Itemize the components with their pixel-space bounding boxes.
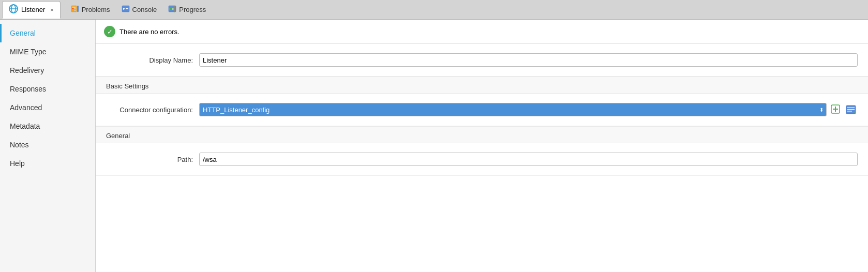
progress-icon xyxy=(168,5,176,14)
sidebar-item-help-label: Help xyxy=(10,159,25,168)
toolbar-tabs: Problems Console xyxy=(66,2,212,17)
sidebar-item-advanced[interactable]: Advanced xyxy=(0,98,95,117)
connector-config-select[interactable]: HTTP_Listener_config xyxy=(199,103,827,116)
main-layout: General MIME Type Redelivery Responses A… xyxy=(0,20,868,272)
sidebar-item-help[interactable]: Help xyxy=(0,154,95,173)
console-icon xyxy=(122,5,130,14)
connector-config-row: Connector configuration: HTTP_Listener_c… xyxy=(106,100,858,119)
edit-config-button[interactable] xyxy=(844,103,858,116)
sidebar-item-mime-type[interactable]: MIME Type xyxy=(0,42,95,61)
path-section: Path: xyxy=(96,143,868,176)
sidebar-item-notes[interactable]: Notes xyxy=(0,135,95,154)
sidebar-item-metadata-label: Metadata xyxy=(10,122,40,130)
svg-point-7 xyxy=(72,10,73,11)
toolbar-tab-progress-label: Progress xyxy=(179,6,206,13)
toolbar-tab-problems[interactable]: Problems xyxy=(66,2,115,17)
sidebar-item-general-label: General xyxy=(10,29,36,37)
display-name-section: Display Name: xyxy=(96,44,868,77)
toolbar-tab-problems-label: Problems xyxy=(82,6,110,13)
svg-point-5 xyxy=(72,8,73,9)
path-input[interactable] xyxy=(199,153,858,166)
sidebar-item-advanced-label: Advanced xyxy=(10,103,42,112)
status-message: There are no errors. xyxy=(119,28,179,36)
svg-rect-12 xyxy=(126,8,128,9)
svg-rect-9 xyxy=(77,6,79,12)
path-row: Path: xyxy=(106,149,858,169)
svg-rect-6 xyxy=(74,8,76,9)
status-ok-icon: ✓ xyxy=(104,26,115,37)
tab-bar: Listener × Problems xyxy=(0,0,868,20)
edit-icon xyxy=(846,105,856,114)
problems-icon xyxy=(71,5,79,14)
listener-globe-icon xyxy=(9,4,18,15)
display-name-row: Display Name: xyxy=(106,50,858,70)
svg-rect-15 xyxy=(170,8,172,10)
toolbar-tab-progress[interactable]: Progress xyxy=(163,2,211,17)
svg-rect-16 xyxy=(174,6,175,11)
general-section-header: General xyxy=(96,126,868,143)
display-name-input[interactable] xyxy=(199,53,858,67)
display-name-label: Display Name: xyxy=(106,56,199,64)
path-label: Path: xyxy=(106,156,199,163)
sidebar-item-redelivery[interactable]: Redelivery xyxy=(0,61,95,80)
sidebar-item-redelivery-label: Redelivery xyxy=(10,66,44,74)
connector-row: HTTP_Listener_config ⬍ xyxy=(199,103,858,116)
connector-select-wrapper: HTTP_Listener_config ⬍ xyxy=(199,103,827,116)
connector-config-section: Connector configuration: HTTP_Listener_c… xyxy=(96,94,868,126)
sidebar-item-responses[interactable]: Responses xyxy=(0,80,95,98)
toolbar-tab-console-label: Console xyxy=(132,6,157,13)
tab-listener-label: Listener xyxy=(21,6,45,13)
connector-config-label: Connector configuration: xyxy=(106,106,199,114)
svg-rect-4 xyxy=(72,7,76,8)
status-bar: ✓ There are no errors. xyxy=(96,20,868,44)
toolbar-tab-console[interactable]: Console xyxy=(116,2,162,17)
tab-listener-close[interactable]: × xyxy=(50,7,53,13)
sidebar-item-responses-label: Responses xyxy=(10,85,46,93)
sidebar-item-metadata[interactable]: Metadata xyxy=(0,117,95,135)
content-area: ✓ There are no errors. Display Name: Bas… xyxy=(96,20,868,272)
add-config-button[interactable] xyxy=(829,103,842,116)
sidebar-item-notes-label: Notes xyxy=(10,141,29,149)
sidebar-item-general[interactable]: General xyxy=(0,24,95,42)
basic-settings-header: Basic Settings xyxy=(96,77,868,94)
sidebar: General MIME Type Redelivery Responses A… xyxy=(0,20,96,272)
tab-listener[interactable]: Listener × xyxy=(2,1,61,19)
plus-icon xyxy=(830,104,841,116)
sidebar-item-mime-type-label: MIME Type xyxy=(10,48,47,56)
svg-rect-8 xyxy=(74,10,76,11)
